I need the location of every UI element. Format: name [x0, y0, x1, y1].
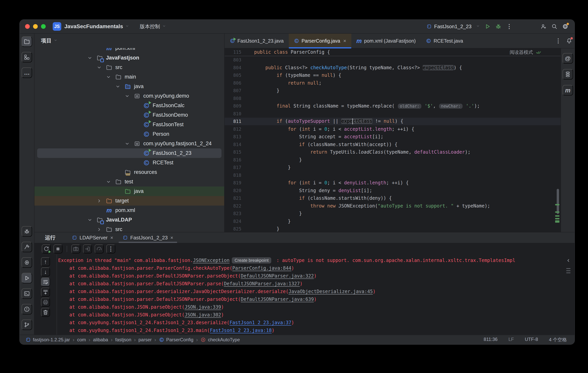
line-number[interactable]: 803 [225, 57, 246, 63]
reader-mode-badge[interactable]: 阅读器模式 [510, 48, 542, 56]
chevron-down-icon[interactable] [124, 141, 133, 147]
tree-item-java[interactable]: java [34, 82, 224, 91]
tree-item-resources[interactable]: resources [34, 167, 224, 177]
line-number[interactable]: 813 [225, 134, 246, 139]
editor-tab-parserconfig-java[interactable]: ParserConfig.java× [289, 34, 351, 48]
clear-button[interactable] [41, 308, 50, 317]
editor-tab-fastjson1-2-23-java[interactable]: FastJson1_2_23.java [225, 34, 289, 48]
stack-trace-link[interactable]: JSON.java:302 [185, 312, 221, 318]
tree-item-fastjsondemo[interactable]: FastJsonDemo [34, 110, 224, 120]
run-button-button[interactable] [482, 21, 493, 32]
more-horizontal-button[interactable]: … [21, 67, 32, 78]
stack-trace-link[interactable]: FastJson1_2_23.java:18 [210, 328, 272, 333]
tree-item-rcetest[interactable]: RCETest [34, 158, 224, 167]
line-number[interactable]: 821 [225, 196, 246, 201]
breadcrumb-item[interactable]: fastjson-1.2.25.jar [25, 337, 70, 342]
database-button[interactable] [563, 69, 573, 80]
line-number[interactable]: 815 [225, 149, 246, 155]
down-button[interactable]: ↓ [41, 267, 50, 276]
tree-item-test[interactable]: test [34, 177, 224, 187]
ai-assistant-button[interactable]: @ [563, 53, 573, 64]
line-number[interactable]: 807 [225, 88, 246, 93]
breadcrumb-item[interactable]: parser [138, 337, 152, 342]
tree-item-java[interactable]: java [34, 187, 224, 196]
more-vertical-button[interactable]: ⋮ [106, 245, 115, 253]
tree-item-pom-xml[interactable]: mpom.xml [34, 48, 224, 53]
stack-trace-link[interactable]: JSON.java:339 [185, 304, 221, 310]
line-number[interactable]: 805 [225, 73, 246, 78]
tree-item-com-yuy0ung-demo[interactable]: com.yuy0ung.demo [34, 91, 224, 101]
line-number[interactable]: 822 [225, 203, 246, 208]
project-panel-title[interactable]: 项目 [41, 37, 52, 44]
run-tab-fastjson1-2-23[interactable]: FastJson1_2_23× [118, 232, 178, 243]
line-number[interactable]: 808 [225, 96, 246, 101]
line-number[interactable]: 814 [225, 142, 246, 147]
scroll-end-button[interactable] [41, 288, 50, 297]
stack-trace-link[interactable]: JSONException [193, 258, 230, 263]
line-separator[interactable]: LF [508, 337, 514, 343]
breadcrumb-item[interactable]: com [77, 337, 86, 342]
editor-tab-pom-xml-javafastjson-[interactable]: mpom.xml (JavaFastjson) [351, 34, 421, 48]
line-number[interactable]: 804 [225, 65, 246, 70]
soft-wrap-button[interactable] [41, 277, 50, 287]
export-console-button[interactable] [83, 245, 92, 253]
line-number[interactable]: 816 [225, 157, 246, 162]
rerun-button[interactable] [42, 245, 51, 253]
search-button[interactable] [549, 21, 560, 32]
chevron-down-icon[interactable] [115, 84, 124, 89]
stack-trace-link[interactable]: FastJson1_2_23.java:37 [230, 320, 291, 325]
tree-item-javafastjson[interactable]: JavaFastjson [34, 53, 224, 63]
stack-trace-link[interactable]: JavaObjectDeserializer.java:45 [289, 289, 373, 294]
problems-button[interactable] [21, 304, 32, 314]
line-number[interactable]: 823 [225, 211, 246, 216]
chevron-right-icon[interactable] [96, 198, 105, 204]
line-number[interactable]: 824 [225, 219, 246, 224]
code-editor[interactable]: 115public class ParserConfig { 阅读器模式 803… [225, 48, 561, 232]
stack-trace-link[interactable]: DefaultJSONParser.java:322 [241, 273, 314, 279]
stack-trace-link[interactable]: DefaultJSONParser.java:1327 [224, 281, 300, 287]
services-button[interactable] [21, 257, 32, 268]
window-controls[interactable] [25, 24, 46, 29]
chevron-left-icon[interactable]: ‹ [567, 256, 569, 263]
gauge-button[interactable] [95, 245, 104, 253]
tree-item-javaldap[interactable]: JavaLDAP [34, 215, 224, 225]
chevron-down-icon[interactable] [87, 55, 96, 61]
close-icon[interactable]: × [343, 38, 346, 44]
close-icon[interactable]: × [110, 235, 113, 241]
tree-item-src[interactable]: src [34, 225, 224, 232]
add-user-button[interactable] [538, 21, 549, 32]
editor-tab-rcetest-java[interactable]: RCETest.java [421, 34, 468, 48]
camera-button[interactable] [71, 245, 80, 253]
caret-position[interactable]: 811:36 [483, 337, 498, 343]
settings-button[interactable] [560, 21, 571, 32]
run-tab-ldapserver[interactable]: LDAPServer× [67, 232, 118, 243]
tree-item-fastjsoncalc[interactable]: FastJsonCalc [34, 101, 224, 110]
line-number[interactable]: 817 [225, 165, 246, 170]
tree-item-main[interactable]: main [34, 72, 224, 82]
structure-button[interactable] [21, 52, 32, 63]
line-number[interactable]: 818 [225, 173, 246, 178]
stack-trace-link[interactable]: ParserConfig.java:844 [232, 266, 291, 271]
tree-item-fastjson1-2-23[interactable]: FastJson1_2_23 [37, 148, 221, 158]
run-tool-button[interactable] [21, 273, 32, 283]
chevron-down-icon[interactable] [96, 64, 105, 70]
tree-item-pom-xml[interactable]: mpom.xml [34, 206, 224, 215]
breadcrumb-item[interactable]: alibaba [93, 337, 108, 342]
debug-button-button[interactable] [493, 21, 504, 32]
chevron-down-icon[interactable] [124, 93, 133, 99]
run-console-output[interactable]: Exception in thread "main" com.alibaba.f… [57, 255, 562, 335]
collapsed-stripe-icon[interactable] [566, 268, 570, 273]
chevron-down-icon[interactable] [105, 179, 115, 185]
editor-scrollbar[interactable] [554, 48, 559, 232]
line-number[interactable]: 115 [225, 50, 246, 55]
line-number[interactable]: 812 [225, 127, 246, 132]
run-configuration-widget[interactable]: FastJson1_2_23 [426, 23, 482, 30]
more-vertical-button[interactable]: ⋮ [553, 35, 564, 46]
file-encoding[interactable]: UTF-8 [525, 337, 538, 343]
breadcrumb-item[interactable]: ParserConfig [159, 337, 193, 342]
terminal-button[interactable] [21, 288, 32, 299]
debug-tool-button[interactable] [21, 226, 32, 237]
stack-trace-link[interactable]: DefaultJSONParser.java:639 [241, 297, 314, 302]
close-icon[interactable]: × [170, 235, 173, 241]
notifications-button[interactable] [564, 35, 575, 46]
